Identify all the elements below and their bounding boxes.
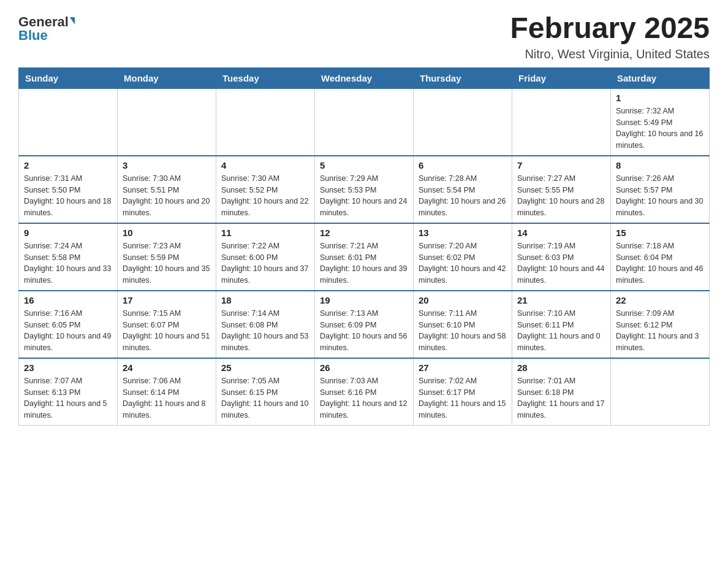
day-info: Sunrise: 7:09 AMSunset: 6:12 PMDaylight:… [616, 308, 704, 354]
day-number: 19 [320, 295, 408, 305]
day-info: Sunrise: 7:02 AMSunset: 6:17 PMDaylight:… [419, 375, 507, 421]
calendar-header-saturday: Saturday [611, 67, 710, 88]
calendar-day-cell: 26Sunrise: 7:03 AMSunset: 6:16 PMDayligh… [315, 358, 414, 426]
day-number: 5 [320, 160, 408, 170]
day-info: Sunrise: 7:14 AMSunset: 6:08 PMDaylight:… [221, 308, 309, 354]
day-number: 9 [24, 228, 112, 238]
calendar-day-cell: 24Sunrise: 7:06 AMSunset: 6:14 PMDayligh… [118, 358, 216, 426]
calendar-day-cell: 13Sunrise: 7:20 AMSunset: 6:02 PMDayligh… [414, 223, 512, 291]
calendar-day-cell: 3Sunrise: 7:30 AMSunset: 5:51 PMDaylight… [118, 156, 216, 223]
calendar-day-cell: 10Sunrise: 7:23 AMSunset: 5:59 PMDayligh… [118, 223, 216, 291]
day-number: 24 [123, 362, 211, 373]
calendar-week-row: 16Sunrise: 7:16 AMSunset: 6:05 PMDayligh… [19, 291, 710, 358]
calendar-day-cell: 4Sunrise: 7:30 AMSunset: 5:52 PMDaylight… [216, 156, 315, 223]
calendar-week-row: 23Sunrise: 7:07 AMSunset: 6:13 PMDayligh… [19, 358, 710, 426]
day-number: 3 [123, 160, 211, 170]
calendar-day-cell [414, 88, 512, 156]
calendar-day-cell: 22Sunrise: 7:09 AMSunset: 6:12 PMDayligh… [611, 291, 710, 358]
day-info: Sunrise: 7:18 AMSunset: 6:04 PMDaylight:… [616, 240, 704, 286]
day-info: Sunrise: 7:01 AMSunset: 6:18 PMDaylight:… [517, 375, 605, 421]
day-info: Sunrise: 7:21 AMSunset: 6:01 PMDaylight:… [320, 240, 408, 286]
page-header: General Blue February 2025 Nitro, West V… [18, 12, 710, 61]
calendar-day-cell: 12Sunrise: 7:21 AMSunset: 6:01 PMDayligh… [315, 223, 414, 291]
day-number: 7 [517, 160, 605, 170]
day-info: Sunrise: 7:10 AMSunset: 6:11 PMDaylight:… [517, 308, 605, 354]
calendar-day-cell: 27Sunrise: 7:02 AMSunset: 6:17 PMDayligh… [414, 358, 512, 426]
day-number: 12 [320, 228, 408, 238]
day-number: 25 [221, 362, 309, 373]
calendar-day-cell: 14Sunrise: 7:19 AMSunset: 6:03 PMDayligh… [512, 223, 611, 291]
day-info: Sunrise: 7:05 AMSunset: 6:15 PMDaylight:… [221, 375, 309, 421]
day-number: 16 [24, 295, 112, 305]
day-info: Sunrise: 7:13 AMSunset: 6:09 PMDaylight:… [320, 308, 408, 354]
calendar-day-cell: 2Sunrise: 7:31 AMSunset: 5:50 PMDaylight… [19, 156, 118, 223]
day-info: Sunrise: 7:23 AMSunset: 5:59 PMDaylight:… [123, 240, 211, 286]
day-number: 23 [24, 362, 112, 373]
day-info: Sunrise: 7:28 AMSunset: 5:54 PMDaylight:… [419, 173, 507, 219]
logo-triangle-icon [70, 17, 75, 25]
calendar-day-cell: 17Sunrise: 7:15 AMSunset: 6:07 PMDayligh… [118, 291, 216, 358]
day-number: 4 [221, 160, 309, 170]
day-info: Sunrise: 7:11 AMSunset: 6:10 PMDaylight:… [419, 308, 507, 354]
day-number: 28 [517, 362, 605, 373]
calendar-day-cell [315, 88, 414, 156]
day-number: 21 [517, 295, 605, 305]
calendar-day-cell: 25Sunrise: 7:05 AMSunset: 6:15 PMDayligh… [216, 358, 315, 426]
day-info: Sunrise: 7:03 AMSunset: 6:16 PMDaylight:… [320, 375, 408, 421]
calendar-header-wednesday: Wednesday [315, 67, 414, 88]
title-block: February 2025 Nitro, West Virginia, Unit… [510, 12, 710, 61]
calendar-table: SundayMondayTuesdayWednesdayThursdayFrid… [18, 67, 710, 426]
day-info: Sunrise: 7:26 AMSunset: 5:57 PMDaylight:… [616, 173, 704, 219]
day-number: 11 [221, 228, 309, 238]
calendar-header-row: SundayMondayTuesdayWednesdayThursdayFrid… [19, 67, 710, 88]
day-number: 27 [419, 362, 507, 373]
calendar-header-sunday: Sunday [19, 67, 118, 88]
calendar-day-cell [216, 88, 315, 156]
day-number: 15 [616, 228, 704, 238]
calendar-day-cell: 15Sunrise: 7:18 AMSunset: 6:04 PMDayligh… [611, 223, 710, 291]
day-number: 14 [517, 228, 605, 238]
day-info: Sunrise: 7:15 AMSunset: 6:07 PMDaylight:… [123, 308, 211, 354]
day-number: 10 [123, 228, 211, 238]
logo: General Blue [18, 12, 75, 42]
day-info: Sunrise: 7:22 AMSunset: 6:00 PMDaylight:… [221, 240, 309, 286]
calendar-day-cell: 7Sunrise: 7:27 AMSunset: 5:55 PMDaylight… [512, 156, 611, 223]
calendar-day-cell: 8Sunrise: 7:26 AMSunset: 5:57 PMDaylight… [611, 156, 710, 223]
day-info: Sunrise: 7:20 AMSunset: 6:02 PMDaylight:… [419, 240, 507, 286]
day-info: Sunrise: 7:30 AMSunset: 5:52 PMDaylight:… [221, 173, 309, 219]
day-number: 2 [24, 160, 112, 170]
day-number: 6 [419, 160, 507, 170]
calendar-day-cell: 11Sunrise: 7:22 AMSunset: 6:00 PMDayligh… [216, 223, 315, 291]
day-number: 13 [419, 228, 507, 238]
calendar-header-monday: Monday [118, 67, 216, 88]
calendar-week-row: 2Sunrise: 7:31 AMSunset: 5:50 PMDaylight… [19, 156, 710, 223]
calendar-day-cell: 16Sunrise: 7:16 AMSunset: 6:05 PMDayligh… [19, 291, 118, 358]
day-number: 17 [123, 295, 211, 305]
day-info: Sunrise: 7:31 AMSunset: 5:50 PMDaylight:… [24, 173, 112, 219]
calendar-header-friday: Friday [512, 67, 611, 88]
day-info: Sunrise: 7:24 AMSunset: 5:58 PMDaylight:… [24, 240, 112, 286]
page-subtitle: Nitro, West Virginia, United States [510, 47, 710, 61]
calendar-day-cell: 28Sunrise: 7:01 AMSunset: 6:18 PMDayligh… [512, 358, 611, 426]
day-number: 8 [616, 160, 704, 170]
day-info: Sunrise: 7:19 AMSunset: 6:03 PMDaylight:… [517, 240, 605, 286]
calendar-day-cell [118, 88, 216, 156]
day-info: Sunrise: 7:06 AMSunset: 6:14 PMDaylight:… [123, 375, 211, 421]
calendar-header-thursday: Thursday [414, 67, 512, 88]
calendar-day-cell: 19Sunrise: 7:13 AMSunset: 6:09 PMDayligh… [315, 291, 414, 358]
day-number: 22 [616, 295, 704, 305]
day-info: Sunrise: 7:29 AMSunset: 5:53 PMDaylight:… [320, 173, 408, 219]
calendar-day-cell: 20Sunrise: 7:11 AMSunset: 6:10 PMDayligh… [414, 291, 512, 358]
calendar-day-cell: 5Sunrise: 7:29 AMSunset: 5:53 PMDaylight… [315, 156, 414, 223]
calendar-day-cell: 21Sunrise: 7:10 AMSunset: 6:11 PMDayligh… [512, 291, 611, 358]
logo-blue: Blue [18, 29, 48, 42]
day-number: 26 [320, 362, 408, 373]
calendar-day-cell [19, 88, 118, 156]
day-number: 18 [221, 295, 309, 305]
calendar-day-cell: 9Sunrise: 7:24 AMSunset: 5:58 PMDaylight… [19, 223, 118, 291]
calendar-day-cell: 18Sunrise: 7:14 AMSunset: 6:08 PMDayligh… [216, 291, 315, 358]
calendar-week-row: 1Sunrise: 7:32 AMSunset: 5:49 PMDaylight… [19, 88, 710, 156]
calendar-day-cell [512, 88, 611, 156]
calendar-header-tuesday: Tuesday [216, 67, 315, 88]
calendar-day-cell [611, 358, 710, 426]
